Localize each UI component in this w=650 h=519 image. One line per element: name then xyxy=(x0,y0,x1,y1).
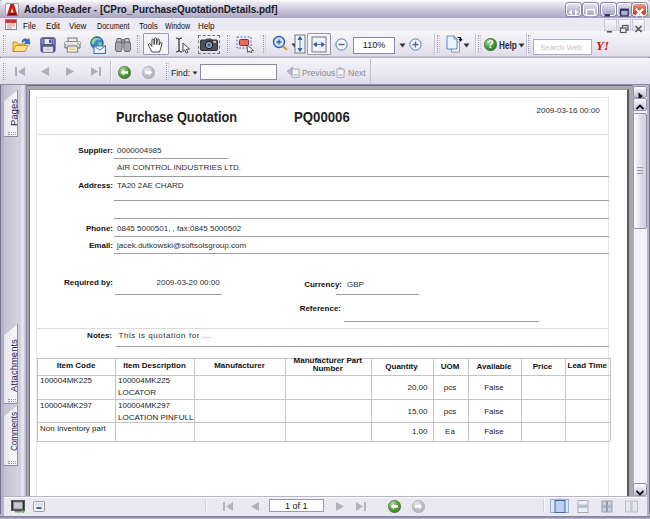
svg-text:?: ? xyxy=(487,38,493,50)
